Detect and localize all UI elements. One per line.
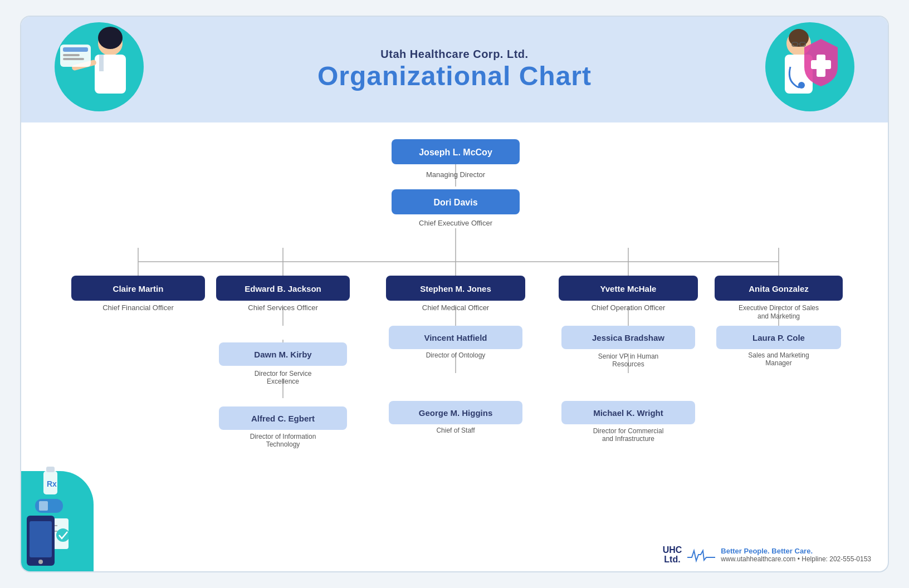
- node-stephen-name: Stephen M. Jones: [420, 284, 491, 293]
- node-yvette-title: Chief Operation Officer: [592, 303, 666, 312]
- node-claire-title: Chief Financial Officer: [102, 303, 174, 312]
- footer-tagline: Better People. Better Care.: [721, 547, 871, 555]
- svg-point-68: [38, 560, 43, 564]
- svg-rect-6: [63, 47, 88, 52]
- header-text-block: Utah Healthcare Corp. Ltd. Organizationa…: [317, 48, 592, 91]
- svg-text:and Marketing: and Marketing: [758, 312, 800, 320]
- svg-rect-7: [63, 54, 80, 56]
- svg-rect-57: [39, 501, 48, 511]
- footer: UHC Ltd. Better People. Better Care. www…: [663, 545, 871, 565]
- main-page: Utah Healthcare Corp. Ltd. Organizationa…: [20, 16, 889, 572]
- svg-text:and Infrastructure: and Infrastructure: [602, 435, 654, 443]
- node-claire-name: Claire Martin: [113, 284, 164, 293]
- bottom-left-deco: Rx: [21, 449, 94, 571]
- svg-rect-2: [99, 55, 104, 71]
- header-banner: Utah Healthcare Corp. Ltd. Organizationa…: [21, 17, 888, 122]
- svg-point-3: [98, 27, 123, 49]
- node-laura-title: Sales and Marketing: [748, 351, 809, 359]
- node-dori-name: Dori Davis: [433, 198, 477, 207]
- footer-url: www.utahhealthcare.com • Helpline: 202-5…: [721, 555, 871, 563]
- node-michael-title: Director for Commercial: [593, 427, 664, 435]
- svg-rect-67: [30, 521, 52, 557]
- org-chart-svg: Joseph L. McCoy Managing Director Dori D…: [21, 122, 889, 562]
- deco-circle-left: [55, 22, 144, 111]
- node-dawn-name: Dawn M. Kirby: [254, 350, 312, 359]
- node-stephen-title: Chief Medical Officer: [422, 303, 490, 312]
- org-chart-container: Joseph L. McCoy Managing Director Dori D…: [21, 122, 888, 565]
- node-edward-title: Chief Services Officer: [248, 303, 318, 312]
- footer-text: Better People. Better Care. www.utahheal…: [721, 547, 871, 563]
- org-title: Organizational Chart: [317, 61, 592, 91]
- svg-text:Resources: Resources: [612, 360, 644, 368]
- node-vincent-name: Vincent Hatfield: [424, 333, 487, 342]
- node-jessica-title: Senior VP in Human: [598, 352, 659, 360]
- svg-rect-8: [63, 58, 84, 60]
- org-subtitle: Utah Healthcare Corp. Ltd.: [317, 48, 592, 61]
- node-edward-name: Edward B. Jackson: [245, 284, 321, 293]
- svg-text:Excellence: Excellence: [267, 378, 299, 385]
- node-yvette-name: Yvette McHale: [600, 284, 657, 293]
- node-george-title: Chief of Staff: [436, 427, 475, 434]
- svg-text:Manager: Manager: [765, 359, 791, 367]
- node-jessica-name: Jessica Bradshaw: [592, 333, 664, 342]
- svg-rect-64: [46, 467, 55, 472]
- svg-text:Rx: Rx: [47, 479, 57, 488]
- svg-rect-16: [811, 60, 831, 69]
- node-anita-title: Executive Director of Sales: [739, 304, 819, 312]
- node-laura-name: Laura P. Cole: [752, 333, 805, 342]
- node-anita-name: Anita Gonzalez: [749, 284, 809, 293]
- svg-point-62: [56, 528, 70, 542]
- node-joseph-title: Managing Director: [426, 170, 486, 179]
- node-alfred-title: Director of Information: [250, 433, 316, 440]
- node-joseph-name: Joseph L. McCoy: [419, 148, 492, 157]
- node-vincent-title: Director of Ontology: [426, 351, 486, 359]
- node-dawn-title: Director for Service: [255, 370, 312, 378]
- node-michael-name: Michael K. Wright: [593, 408, 663, 418]
- node-dori-title: Chief Executive Officer: [419, 219, 493, 227]
- svg-point-17: [798, 82, 805, 89]
- svg-text:Technology: Technology: [266, 440, 300, 448]
- node-george-name: George M. Higgins: [419, 408, 493, 418]
- ecg-icon: [687, 546, 715, 563]
- footer-logo: UHC Ltd.: [663, 545, 682, 565]
- node-alfred-name: Alfred C. Egbert: [251, 414, 315, 423]
- deco-circle-right: [765, 22, 854, 111]
